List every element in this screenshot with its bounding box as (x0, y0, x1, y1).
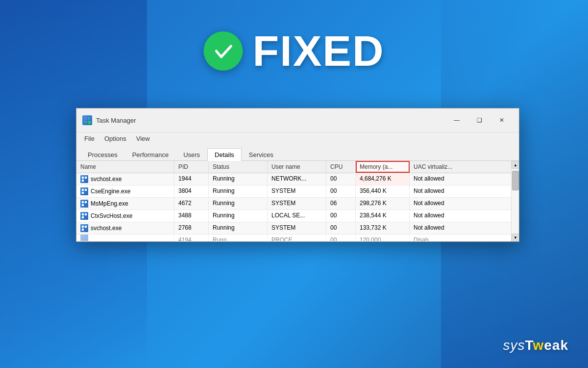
col-pid[interactable]: PID (174, 161, 209, 173)
cell-memory: 238,544 K (356, 210, 410, 222)
cell-uac: Not allowed (410, 222, 511, 234)
cell-status: Running (209, 198, 268, 210)
cell-memory-partial: 120,000... (356, 235, 410, 241)
cell-name: CseEngine.exe (76, 185, 174, 197)
table-row[interactable]: CtxSvcHost.exe 3488 Running LOCAL SE... … (76, 210, 511, 222)
process-icon (80, 235, 88, 241)
checkmark-circle (203, 31, 243, 71)
svg-rect-10 (82, 201, 84, 203)
cell-memory: 4,684,276 K (356, 173, 410, 185)
menu-bar: File Options View (76, 132, 519, 145)
brand-accent: w (533, 338, 544, 353)
col-memory[interactable]: Memory (a... (356, 161, 410, 173)
maximize-button[interactable]: ❑ (468, 112, 490, 128)
cell-name-partial (76, 235, 174, 241)
cell-uac-partial: Disab... (410, 235, 511, 241)
scroll-thumb[interactable] (512, 171, 519, 190)
cell-name: CtxSvcHost.exe (76, 210, 174, 222)
col-cpu[interactable]: CPU (326, 161, 356, 173)
cell-username: LOCAL SE... (268, 210, 326, 222)
table-container: Name PID Status User name CPU Memory (a.… (76, 161, 519, 241)
table-row[interactable]: svchost.exe 2768 Running SYSTEM 00 133,7… (76, 222, 511, 235)
vertical-scrollbar: ▲ ▼ (511, 161, 519, 241)
cell-pid: 1944 (174, 173, 209, 185)
window-title: Task Manager (96, 117, 136, 124)
menu-options[interactable]: Options (100, 133, 130, 144)
exe-icon (82, 201, 87, 206)
table-row[interactable]: MsMpEng.exe 4672 Running SYSTEM 06 298,2… (76, 198, 511, 210)
cell-uac: Not allowed (410, 185, 511, 197)
process-icon (80, 224, 88, 232)
cell-cpu: 00 (326, 173, 356, 185)
process-icon (80, 175, 88, 183)
svg-rect-0 (84, 117, 87, 120)
exe-icon (82, 226, 87, 231)
title-icon (82, 115, 92, 125)
cell-pid: 3804 (174, 185, 209, 197)
cell-name: svchost.exe (76, 173, 174, 185)
table-row[interactable]: svchost.exe 1944 Running NETWORK... 00 4… (76, 173, 511, 185)
menu-file[interactable]: File (80, 133, 98, 144)
fixed-badge: FIXED (203, 29, 384, 73)
table-header: Name PID Status User name CPU Memory (a.… (76, 161, 511, 173)
col-uac[interactable]: UAC virtualiz... (410, 161, 511, 173)
table-main: Name PID Status User name CPU Memory (a.… (76, 161, 511, 241)
cell-username: NETWORK... (268, 173, 326, 185)
tabs-bar: Processes Performance Users Details Serv… (76, 145, 519, 161)
systweak-brand: sysTweak (503, 338, 568, 353)
scroll-track[interactable] (512, 169, 519, 234)
svg-rect-5 (85, 177, 87, 179)
scroll-down-button[interactable]: ▼ (512, 234, 519, 241)
table-row[interactable]: CseEngine.exe 3804 Running SYSTEM 00 356… (76, 185, 511, 198)
cell-uac: Not allowed (410, 210, 511, 222)
svg-rect-2 (84, 121, 87, 123)
exe-icon (82, 213, 87, 218)
svg-rect-14 (85, 213, 87, 215)
cell-status-partial: Runn... (209, 235, 268, 241)
menu-view[interactable]: View (132, 133, 154, 144)
svg-rect-15 (82, 216, 84, 218)
minimize-button[interactable]: — (445, 112, 468, 128)
cell-name: svchost.exe (76, 222, 174, 234)
process-icon (80, 212, 88, 220)
exe-icon (82, 177, 87, 182)
col-status[interactable]: Status (209, 161, 268, 173)
tab-users[interactable]: Users (176, 148, 207, 161)
brand-sys: sys (503, 338, 525, 353)
cell-pid-partial: 4194 (174, 235, 209, 241)
title-bar-left: Task Manager (82, 115, 136, 125)
col-name[interactable]: Name (76, 161, 174, 173)
tab-services[interactable]: Services (242, 148, 281, 161)
svg-rect-7 (82, 189, 84, 191)
cell-status: Running (209, 173, 268, 185)
svg-rect-12 (82, 204, 84, 206)
svg-rect-11 (85, 201, 87, 203)
tab-processes[interactable]: Processes (80, 148, 125, 161)
scroll-up-button[interactable]: ▲ (512, 161, 519, 169)
svg-rect-4 (82, 177, 84, 179)
close-button[interactable]: ✕ (490, 112, 513, 128)
fixed-label: FIXED (252, 29, 384, 73)
cell-name: MsMpEng.exe (76, 198, 174, 210)
cell-status: Running (209, 222, 268, 234)
svg-rect-16 (82, 226, 84, 228)
cell-memory: 133,732 K (356, 222, 410, 234)
cell-username: SYSTEM (268, 198, 326, 210)
cell-memory: 298,276 K (356, 198, 410, 210)
col-username[interactable]: User name (268, 161, 326, 173)
svg-rect-6 (82, 180, 84, 182)
tab-performance[interactable]: Performance (125, 148, 176, 161)
cell-memory: 356,440 K (356, 185, 410, 197)
cell-cpu: 06 (326, 198, 356, 210)
cell-pid: 2768 (174, 222, 209, 234)
tab-details[interactable]: Details (207, 148, 242, 161)
table-row-partial: 4194 Runn... PROCE... 00 120,000... Disa… (76, 235, 511, 241)
task-manager-icon (84, 117, 91, 124)
svg-rect-17 (85, 226, 87, 228)
table-wrapper: Name PID Status User name CPU Memory (a.… (76, 161, 519, 241)
process-icon (80, 187, 88, 195)
svg-rect-18 (82, 229, 84, 231)
title-controls: — ❑ ✕ (445, 112, 513, 128)
cell-status: Running (209, 185, 268, 197)
cell-pid: 4672 (174, 198, 209, 210)
